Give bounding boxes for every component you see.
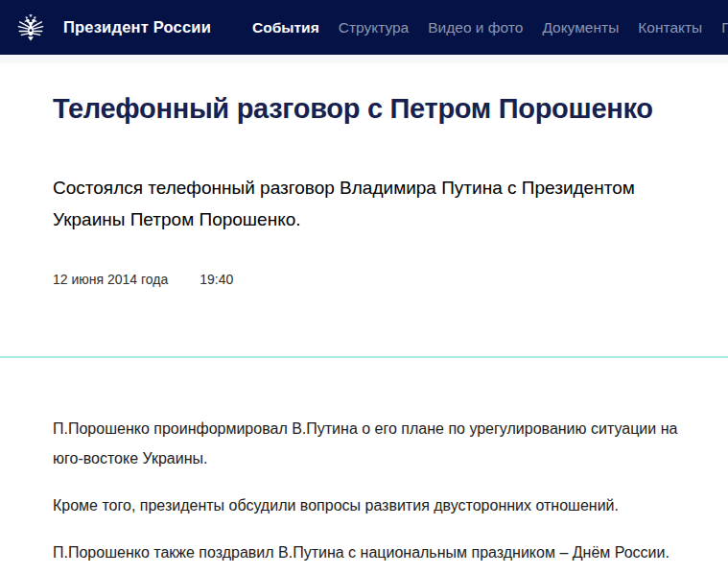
article-paragraph: Кроме того, президенты обсудили вопросы … (53, 490, 688, 520)
site-brand[interactable]: Президент России (63, 18, 211, 36)
top-navigation-bar: Президент России События Структура Видео… (0, 0, 728, 55)
nav-item-structure[interactable]: Структура (339, 19, 410, 36)
main-navigation: События Структура Видео и фото Документы… (252, 19, 728, 36)
page-title: Телефонный разговор с Петром Порошенко (53, 93, 690, 125)
nav-item-media[interactable]: Видео и фото (428, 19, 523, 36)
nav-item-events[interactable]: События (252, 19, 319, 36)
publish-date: 12 июня 2014 года (53, 272, 168, 287)
nav-item-documents[interactable]: Документы (542, 19, 619, 36)
nav-item-contacts[interactable]: Контакты (638, 19, 702, 36)
article-body: П.Порошенко проинформировал В.Путина о е… (0, 358, 728, 567)
nav-item-search[interactable]: Поиск (721, 19, 728, 36)
article: Телефонный разговор с Петром Порошенко С… (0, 63, 728, 567)
article-meta: 12 июня 2014 года19:40 (53, 272, 690, 287)
article-paragraph: П.Порошенко также поздравил В.Путина с н… (53, 538, 688, 567)
article-paragraph: П.Порошенко проинформировал В.Путина о е… (53, 414, 688, 473)
article-header: Телефонный разговор с Петром Порошенко С… (0, 63, 728, 287)
article-lead: Состоялся телефонный разговор Владимира … (53, 172, 646, 235)
publish-time: 19:40 (200, 272, 233, 287)
coat-of-arms-eagle-icon (17, 13, 44, 42)
topbar-bottom-strip (0, 55, 728, 63)
